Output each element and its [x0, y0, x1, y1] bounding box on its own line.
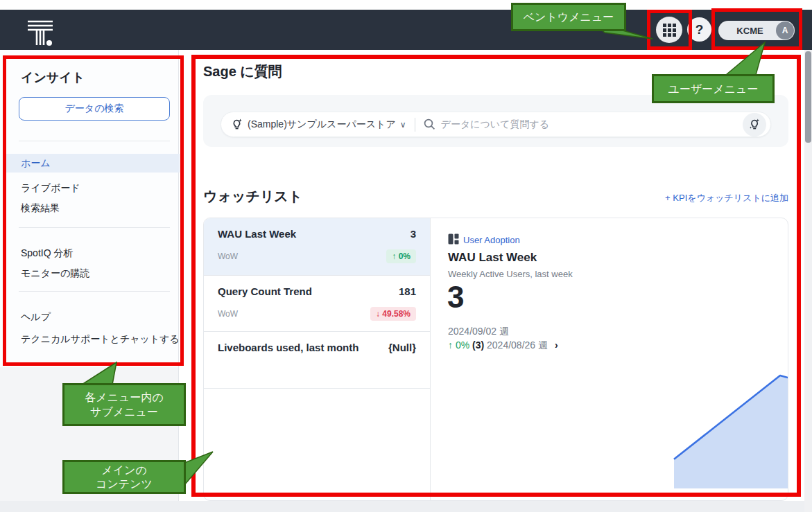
sidebar-item-spotiq[interactable]: SpotIQ 分析 [6, 244, 180, 263]
watchlist-row-liveboards-used[interactable]: Liveboards used, last month {Null} [204, 332, 430, 389]
detail-kpi-date: 2024/09/02 週 [448, 326, 509, 338]
sidebar-item-label: ヘルプ [21, 311, 51, 324]
sidebar-item-monitor[interactable]: モニターの購読 [6, 264, 180, 283]
search-icon [424, 118, 435, 130]
sidebar-item-label: モニターの購読 [21, 267, 89, 280]
help-button[interactable]: ? [687, 17, 711, 42]
sage-section-title: Sage に質問 [203, 62, 282, 81]
sidebar-item-label: ホーム [21, 157, 51, 170]
watchlist-list: WAU Last Week 3 WoW ↑ 0% Query Count Tre… [204, 218, 431, 500]
change-absolute: (3) [472, 339, 484, 351]
sage-submit-button[interactable] [743, 113, 766, 136]
sage-search-bar[interactable]: (Sample)サンプルスーパーストア ∨ データについて質問する [221, 112, 771, 137]
kpi-name: Query Count Trend [218, 285, 312, 297]
app-window: ? KCME A インサイト データの検索 ホーム ライブボード 検索結果 Sp… [0, 0, 812, 512]
question-mark-icon: ? [696, 22, 704, 37]
change-badge: ↓ 49.58% [370, 307, 416, 321]
thoughtspot-logo-icon[interactable] [25, 19, 55, 48]
change-badge: ↑ 0% [386, 249, 416, 263]
sidebar-divider [19, 227, 170, 228]
scrollbar-thumb[interactable] [805, 51, 811, 143]
sidebar-divider [19, 291, 170, 292]
change-date: 2024/08/26 週 [487, 339, 548, 351]
chevron-down-icon[interactable]: ∨ [400, 120, 406, 130]
kpi-period: WoW [218, 251, 238, 261]
callout-text: ユーザーメニュー [668, 82, 759, 96]
chart-area [674, 376, 788, 488]
sage-question-input[interactable]: データについて質問する [441, 118, 743, 131]
kpi-value: 181 [399, 285, 416, 297]
kpi-sparkline-chart[interactable] [673, 361, 788, 489]
detail-kpi-description: Weekly Active Users, last week [448, 269, 573, 279]
sage-lightbulb-icon [750, 118, 759, 131]
watchlist-card: WAU Last Week 3 WoW ↑ 0% Query Count Tre… [203, 218, 788, 501]
kpi-period: WoW [218, 309, 238, 319]
sidebar-panel-lower [0, 367, 179, 501]
change-percent: ↑ 0% [448, 339, 469, 351]
bento-grid-icon [663, 24, 676, 37]
sidebar-item-label: ライブボード [21, 182, 80, 195]
sidebar-item-label: SpotIQ 分析 [21, 247, 73, 260]
search-data-button[interactable]: データの検索 [19, 97, 170, 121]
sidebar-item-label: 検索結果 [21, 202, 60, 215]
page-bottom-strip [0, 501, 812, 512]
sidebar-divider [19, 141, 170, 141]
datasource-selector[interactable]: (Sample)サンプルスーパーストア [248, 118, 396, 131]
user-name-label: KCME [718, 26, 776, 36]
kpi-detail-panel: User Adoption ••• WAU Last Week Weekly A… [431, 218, 788, 500]
kpi-value: 3 [411, 228, 416, 240]
kpi-name: WAU Last Week [218, 228, 296, 240]
sidebar-item-home[interactable]: ホーム [6, 154, 180, 173]
sidebar-title: インサイト [21, 69, 85, 86]
bento-menu-button[interactable] [656, 17, 682, 43]
add-kpi-to-watchlist-link[interactable]: + KPIをウォッチリストに追加 [665, 192, 788, 204]
sidebar-item-liveboards[interactable]: ライブボード [6, 179, 180, 197]
source-liveboard-link[interactable]: User Adoption [463, 235, 520, 245]
watchlist-title: ウォッチリスト [203, 187, 302, 206]
kpi-name: Liveboards used, last month [218, 342, 359, 353]
sage-lightbulb-icon [232, 118, 242, 131]
watchlist-row-wau[interactable]: WAU Last Week 3 WoW ↑ 0% [204, 218, 430, 276]
sidebar-item-chat-support[interactable]: テクニカルサポートとチャットする [6, 330, 180, 348]
sidebar-item-help[interactable]: ヘルプ [6, 308, 180, 326]
sidebar-item-label: テクニカルサポートとチャットする [21, 333, 180, 346]
sidebar-item-answers[interactable]: 検索結果 [6, 199, 180, 218]
kpi-value: {Null} [388, 342, 416, 353]
liveboard-icon [448, 233, 459, 245]
detail-kpi-name: WAU Last Week [448, 251, 537, 265]
chevron-right-icon[interactable]: › [555, 339, 558, 351]
watchlist-row-query-count[interactable]: Query Count Trend 181 WoW ↓ 49.58% [204, 276, 430, 332]
watchlist-empty-row [204, 389, 430, 500]
divider [415, 118, 415, 132]
user-avatar: A [776, 21, 794, 39]
user-menu-button[interactable]: KCME A [718, 21, 795, 40]
detail-kpi-value: 3 [447, 282, 464, 312]
detail-change-row: ↑ 0% (3) 2024/08/26 週 › [448, 339, 558, 352]
